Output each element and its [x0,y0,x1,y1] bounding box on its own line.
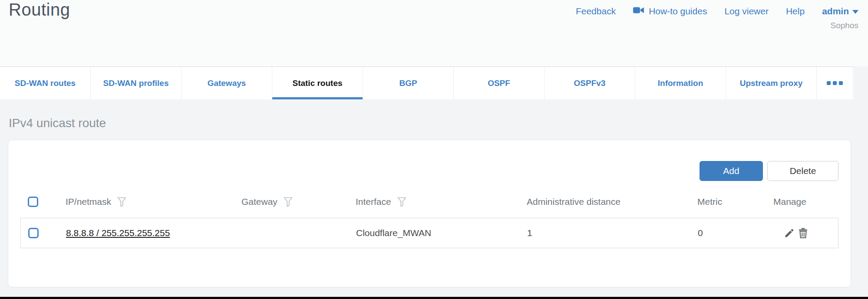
tab-ospf[interactable]: OSPF [454,67,545,99]
row-select-cell [21,228,66,238]
routes-table: IP/netmask Gateway Interface Administrat… [20,191,838,248]
tab-bgp[interactable]: BGP [363,67,454,99]
add-button[interactable]: Add [700,161,763,181]
window-bottom-edge [0,297,868,299]
tab-gateways[interactable]: Gateways [182,67,272,99]
column-label: Administrative distance [527,197,620,207]
top-nav: Feedback How-to guides Log viewer Help a… [576,6,858,16]
user-menu[interactable]: admin [822,6,858,16]
video-camera-icon [633,6,644,16]
column-header-gateway: Gateway [241,197,356,207]
table-row: 8.8.8.8 / 255.255.255.255 Cloudflare_MWA… [20,218,838,248]
column-header-metric: Metric [697,197,773,207]
section-title: IPv4 unicast route [9,116,106,130]
tab-upstream-proxy[interactable]: Upstream proxy [726,67,817,99]
page-title: Routing [9,0,70,20]
filter-icon[interactable] [397,197,406,207]
card-actions: Add Delete [700,161,838,181]
routing-tabbar: SD-WAN routes SD-WAN profiles Gateways S… [0,66,854,99]
routes-card: Add Delete IP/netmask Gateway Interfac [8,140,851,287]
delete-button[interactable]: Delete [767,161,838,181]
caret-down-icon [852,10,858,14]
tab-sdwan-routes[interactable]: SD-WAN routes [0,67,91,99]
tab-sdwan-profiles[interactable]: SD-WAN profiles [91,67,182,99]
feedback-link[interactable]: Feedback [576,6,616,16]
column-label: IP/netmask [66,197,111,207]
log-viewer-link[interactable]: Log viewer [724,6,769,16]
cell-ip-netmask: 8.8.8.8 / 255.255.255.255 [66,228,242,238]
ellipsis-icon [827,81,843,85]
column-label: Interface [356,197,391,207]
filter-icon[interactable] [117,197,126,207]
table-header-row: IP/netmask Gateway Interface Administrat… [20,191,838,212]
user-name: admin [822,6,849,16]
howto-guides-label: How-to guides [649,6,707,16]
column-header-administrative-distance: Administrative distance [527,197,697,207]
tab-static-routes[interactable]: Static routes [272,67,363,99]
filter-icon[interactable] [284,197,293,207]
column-header-manage: Manage [773,197,838,207]
column-label: Manage [773,197,806,207]
row-checkbox[interactable] [28,228,39,238]
column-header-interface: Interface [356,197,527,207]
select-all-checkbox[interactable] [28,197,38,207]
help-label: Help [786,6,805,16]
help-link[interactable]: Help [786,6,805,16]
edit-icon[interactable] [784,228,794,238]
tab-information[interactable]: Information [635,67,726,99]
cell-interface: Cloudflare_MWAN [356,228,527,238]
page-header: Routing Feedback How-to guides Log viewe… [0,0,868,66]
cell-metric: 0 [698,228,774,238]
column-label: Gateway [241,197,277,207]
howto-guides-link[interactable]: How-to guides [633,6,707,16]
cell-manage [774,228,838,238]
column-header-ip-netmask: IP/netmask [66,197,241,207]
cell-administrative-distance: 1 [527,228,698,238]
org-label: Sophos [831,21,858,30]
column-label: Metric [697,197,722,207]
log-viewer-label: Log viewer [724,6,769,16]
tab-ospfv3[interactable]: OSPFv3 [545,67,635,99]
tab-overflow-menu[interactable] [817,67,853,99]
route-link[interactable]: 8.8.8.8 / 255.255.255.255 [66,228,170,238]
feedback-label: Feedback [576,6,616,16]
delete-icon[interactable] [799,228,808,238]
select-all-cell [20,197,66,207]
